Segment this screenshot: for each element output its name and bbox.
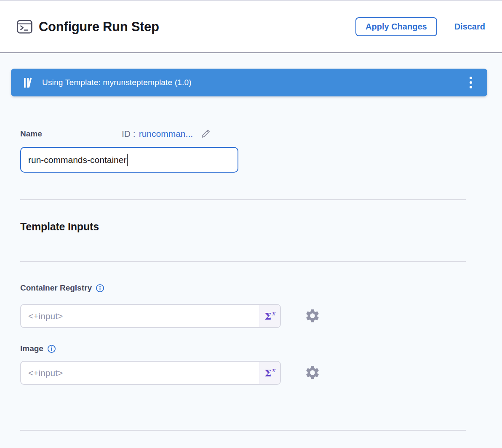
image-settings-button[interactable]: [304, 365, 320, 381]
template-menu-button[interactable]: [465, 74, 476, 91]
info-icon: [47, 344, 56, 353]
name-input[interactable]: run-commands-container: [20, 147, 238, 173]
template-banner-text: Using Template: myrunsteptemplate (1.0): [42, 78, 192, 87]
text-caret: [127, 154, 128, 166]
template-banner: Using Template: myrunsteptemplate (1.0): [11, 69, 487, 96]
container-registry-input-group: Σ x: [20, 304, 281, 328]
template-library-icon: [24, 77, 35, 88]
apply-changes-button[interactable]: Apply Changes: [355, 17, 437, 36]
image-label-row: Image: [20, 344, 56, 353]
container-registry-label: Container Registry: [20, 283, 92, 293]
discard-button[interactable]: Discard: [454, 22, 485, 32]
configure-run-step-panel: Configure Run Step Apply Changes Discard…: [0, 0, 502, 448]
divider: [20, 199, 466, 200]
gear-icon: [304, 308, 320, 324]
panel-header: Configure Run Step Apply Changes Discard: [0, 0, 502, 53]
step-id-value[interactable]: runcomman...: [139, 129, 193, 139]
divider: [20, 261, 466, 262]
info-icon: [96, 284, 104, 293]
container-registry-settings-button[interactable]: [304, 308, 320, 324]
sigma-icon: Σ: [264, 368, 271, 378]
input-type-selector-button[interactable]: Σ x: [259, 362, 280, 384]
run-step-terminal-icon: [17, 20, 32, 34]
gear-icon: [304, 365, 320, 381]
image-label: Image: [20, 344, 43, 353]
container-registry-input[interactable]: [21, 305, 259, 327]
container-registry-info-button[interactable]: [96, 284, 104, 293]
kebab-menu-icon: [470, 77, 472, 79]
image-info-button[interactable]: [47, 344, 56, 353]
input-type-selector-button[interactable]: Σ x: [259, 305, 280, 327]
step-id-row: ID : runcomman...: [122, 128, 211, 139]
page-title: Configure Run Step: [39, 19, 159, 35]
image-input-group: Σ x: [20, 361, 281, 385]
template-inputs-heading: Template Inputs: [20, 221, 99, 233]
name-input-value: run-commands-container: [28, 155, 126, 165]
sigma-icon: Σ: [264, 311, 271, 321]
pencil-icon: [200, 128, 211, 139]
image-input[interactable]: [21, 362, 259, 384]
container-registry-label-row: Container Registry: [20, 283, 104, 293]
title-group: Configure Run Step: [17, 19, 159, 35]
header-actions: Apply Changes Discard: [355, 17, 485, 36]
divider: [20, 430, 466, 431]
step-id-label: ID :: [122, 129, 136, 139]
name-label: Name: [20, 129, 42, 139]
edit-id-button[interactable]: [200, 128, 211, 139]
